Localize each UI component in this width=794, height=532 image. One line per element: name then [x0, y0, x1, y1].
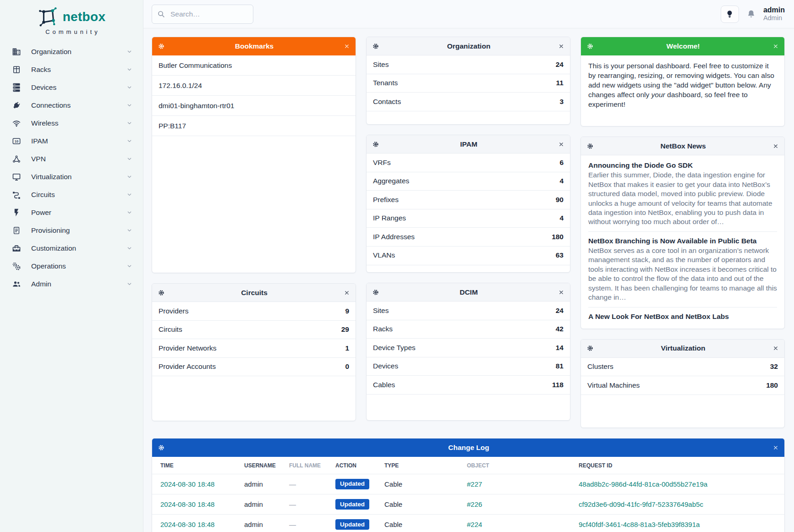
stat-count-link[interactable]: 14: [556, 344, 564, 352]
widget-close-icon[interactable]: [558, 289, 564, 296]
widget-config-gear-icon[interactable]: [372, 289, 379, 296]
stat-label-link[interactable]: Devices: [373, 362, 398, 371]
column-header-time[interactable]: TIME: [152, 457, 238, 474]
widget-circuits-header[interactable]: Circuits: [152, 284, 356, 302]
notifications-bell-icon[interactable]: [746, 9, 756, 19]
bookmark-link[interactable]: 172.16.0.1/24: [152, 76, 356, 96]
sidebar-item-devices[interactable]: Devices: [0, 78, 143, 96]
change-object-link[interactable]: #227: [467, 480, 482, 488]
bookmark-link[interactable]: dmi01-binghamton-rtr01: [152, 96, 356, 116]
change-request-id-link[interactable]: cf92d3e6-d09d-41fc-9fd7-52337649ab5c: [579, 500, 703, 508]
widget-dcim-header[interactable]: DCIM: [367, 283, 570, 302]
bookmark-link[interactable]: Butler Communications: [152, 55, 356, 76]
stat-count-link[interactable]: 9: [345, 307, 349, 316]
stat-label-link[interactable]: Clusters: [587, 362, 613, 371]
widget-close-icon[interactable]: [558, 141, 564, 148]
sidebar-item-provisioning[interactable]: Provisioning: [0, 221, 143, 239]
stat-label-link[interactable]: Tenants: [373, 79, 398, 88]
change-object-link[interactable]: #224: [467, 521, 482, 528]
column-header-full-name[interactable]: FULL NAME: [283, 457, 329, 474]
stat-label-link[interactable]: Virtual Machines: [587, 381, 640, 390]
stat-count-link[interactable]: 1: [345, 344, 349, 353]
widget-close-icon[interactable]: [344, 290, 350, 296]
stat-label-link[interactable]: Circuits: [159, 325, 182, 334]
stat-label-link[interactable]: Provider Networks: [159, 344, 217, 353]
news-article-link[interactable]: Announcing the Diode Go SDK: [588, 161, 777, 170]
column-header-object[interactable]: OBJECT: [460, 457, 572, 474]
sidebar-item-organization[interactable]: Organization: [0, 43, 143, 60]
change-request-id-link[interactable]: 9cf40fdf-3461-4c88-81a3-5feb39f8391a: [579, 521, 700, 528]
widget-bookmarks-header[interactable]: Bookmarks: [152, 37, 356, 55]
change-time-link[interactable]: 2024-08-30 18:48: [160, 480, 214, 488]
stat-count-link[interactable]: 29: [341, 325, 349, 334]
change-request-id-link[interactable]: 48ad8b2c-986d-44fd-81ca-00d55b27e19a: [579, 480, 707, 488]
stat-label-link[interactable]: Contacts: [373, 98, 401, 106]
sidebar-item-ipam[interactable]: 10IPAM: [0, 132, 143, 150]
widget-config-gear-icon[interactable]: [586, 143, 594, 150]
widget-config-gear-icon[interactable]: [372, 141, 379, 148]
stat-label-link[interactable]: Cables: [373, 381, 395, 389]
widget-organization-header[interactable]: Organization: [367, 37, 570, 55]
widget-close-icon[interactable]: [772, 444, 779, 451]
column-header-username[interactable]: USERNAME: [238, 457, 283, 474]
sidebar-item-power[interactable]: Power: [0, 203, 143, 221]
stat-count-link[interactable]: 42: [556, 325, 564, 334]
widget-ipam-header[interactable]: IPAM: [367, 135, 570, 154]
change-object-link[interactable]: #226: [467, 500, 482, 508]
sidebar-item-wireless[interactable]: Wireless: [0, 114, 143, 132]
search-input[interactable]: [152, 5, 253, 24]
stat-label-link[interactable]: VLANs: [373, 251, 395, 260]
sidebar-item-circuits[interactable]: Circuits: [0, 186, 143, 203]
sidebar-item-admin[interactable]: Admin: [0, 275, 143, 293]
widget-config-gear-icon[interactable]: [586, 345, 594, 352]
widget-close-icon[interactable]: [772, 143, 779, 149]
stat-label-link[interactable]: Sites: [373, 60, 389, 69]
stat-label-link[interactable]: VRFs: [373, 159, 391, 167]
stat-count-link[interactable]: 4: [559, 214, 564, 223]
stat-label-link[interactable]: Device Types: [373, 344, 416, 352]
stat-count-link[interactable]: 81: [556, 362, 564, 371]
widget-welcome-header[interactable]: Welcome!: [581, 37, 784, 55]
stat-count-link[interactable]: 0: [345, 362, 349, 371]
widget-news-header[interactable]: NetBox News: [581, 137, 784, 155]
widget-config-gear-icon[interactable]: [158, 444, 165, 451]
change-time-link[interactable]: 2024-08-30 18:48: [160, 521, 214, 528]
stat-label-link[interactable]: Aggregates: [373, 177, 409, 186]
sidebar-item-connections[interactable]: Connections: [0, 96, 143, 114]
stat-label-link[interactable]: Provider Accounts: [159, 362, 216, 371]
netbox-brand[interactable]: netbox Community: [0, 0, 143, 36]
stat-label-link[interactable]: Sites: [373, 307, 389, 315]
stat-label-link[interactable]: IP Ranges: [373, 214, 406, 223]
widget-config-gear-icon[interactable]: [586, 43, 594, 50]
sidebar-item-racks[interactable]: Racks: [0, 60, 143, 78]
stat-count-link[interactable]: 180: [766, 381, 778, 390]
stat-count-link[interactable]: 24: [556, 307, 564, 315]
stat-count-link[interactable]: 24: [556, 60, 564, 69]
column-header-type[interactable]: TYPE: [378, 457, 460, 474]
stat-label-link[interactable]: Prefixes: [373, 196, 399, 204]
theme-toggle-button[interactable]: [721, 5, 739, 23]
widget-config-gear-icon[interactable]: [372, 43, 379, 50]
column-header-request-id[interactable]: REQUEST ID: [572, 457, 784, 474]
stat-count-link[interactable]: 3: [559, 98, 564, 106]
stat-count-link[interactable]: 180: [552, 233, 564, 241]
sidebar-item-operations[interactable]: Operations: [0, 257, 143, 275]
widget-config-gear-icon[interactable]: [158, 43, 165, 50]
stat-count-link[interactable]: 6: [559, 159, 564, 167]
widget-close-icon[interactable]: [344, 43, 350, 49]
sidebar-item-vpn[interactable]: VPN: [0, 150, 143, 168]
bookmark-link[interactable]: PP:B117: [152, 116, 356, 136]
stat-count-link[interactable]: 90: [556, 196, 564, 204]
sidebar-item-virtualization[interactable]: Virtualization: [0, 168, 143, 186]
column-header-action[interactable]: ACTION: [329, 457, 378, 474]
stat-count-link[interactable]: 32: [770, 362, 778, 371]
widget-close-icon[interactable]: [772, 43, 779, 49]
sidebar-item-customization[interactable]: Customization: [0, 239, 143, 257]
stat-count-link[interactable]: 63: [556, 251, 564, 260]
widget-changelog-header[interactable]: Change Log: [152, 439, 784, 457]
stat-label-link[interactable]: Providers: [159, 307, 188, 316]
stat-count-link[interactable]: 4: [559, 177, 564, 186]
widget-config-gear-icon[interactable]: [158, 289, 165, 296]
stat-count-link[interactable]: 11: [556, 79, 564, 88]
news-article-link[interactable]: NetBox Branching is Now Available in Pub…: [588, 236, 777, 246]
